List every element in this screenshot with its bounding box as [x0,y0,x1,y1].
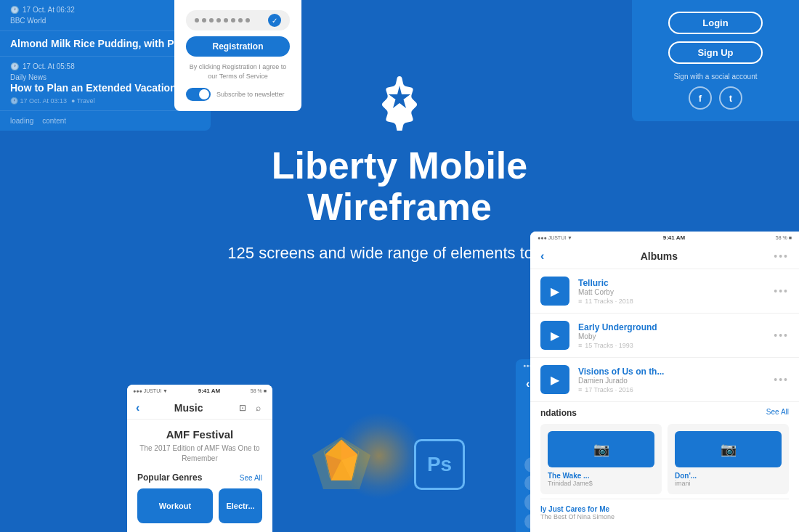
newsletter-toggle-row: Subscribe to newsletter [186,88,290,101]
music-content: AMF Festival The 2017 Edition of AMF Was… [127,420,272,532]
music-navbar: ‹ Music ⊡ ⌕ [127,397,272,420]
rec-title: ndations [540,408,577,418]
rec-artist-2: imani [675,480,782,487]
star-badge [370,73,429,131]
album-more-3[interactable]: ••• [774,374,789,385]
albums-navbar: ‹ Albums ••• [530,244,799,269]
signup-button[interactable]: Sign Up [668,41,763,64]
rec-cards-row: 📷 The Wake ... Trinidad Jame$ 📷 Don'... … [540,424,789,494]
password-input[interactable]: ✓ [186,10,290,30]
bookmark-icon[interactable]: ⊡ [238,403,248,413]
genre-section-title: Popular Genres [137,472,202,483]
rec-thumb-2: 📷 [675,431,782,467]
status-right: 58 % ■ [251,388,267,393]
blog-tag: Travel [77,97,95,105]
profile-back-icon[interactable]: ‹ [526,377,530,390]
login-button[interactable]: Login [668,12,763,34]
genre-cards-row: Workout Electr... [137,488,262,523]
albums-back-icon[interactable]: ‹ [540,250,544,263]
album-thumb-1: ▶ [540,277,569,306]
twitter-icon[interactable]: t [719,86,742,110]
song-item[interactable]: ly Just Cares for Me The Best Of Nina Si… [540,499,789,526]
status-bar: ●●● JUSTUI ▼ 9:41 AM 58 % ■ [127,385,272,397]
subtitle: 125 screens and wide range of elements t… [218,242,581,265]
rec-card-1[interactable]: 📷 The Wake ... Trinidad Jame$ [540,424,662,494]
event-title: AMF Festival [137,428,262,441]
blog-title-2: How to Plan an Extended Vacation [10,81,200,94]
blog-source-2: Daily News [10,73,200,81]
genre-section-header: Popular Genres See All [137,472,262,483]
photoshop-icon: Ps [414,439,465,490]
music-nav-actions: ⊡ ⌕ [238,403,264,413]
social-text: Sign with a social account [646,73,784,81]
album-meta-2: ≡15 Tracks · 1993 [578,342,765,349]
rec-card-2[interactable]: 📷 Don'... imani [668,424,789,494]
checkmark-icon: ✓ [268,14,281,27]
back-chevron-icon[interactable]: ‹ [136,401,139,414]
song-title: ly Just Cares for Me [540,505,789,513]
genre-card-electro[interactable]: Electr... [219,488,262,523]
album-more-2[interactable]: ••• [774,330,789,341]
album-artist-1: Matt Corby [578,288,765,296]
blog-date-2: 17 Oct. At 05:58 [23,62,75,70]
album-artist-3: Damien Jurado [578,377,765,385]
album-item-3[interactable]: ▶ Visions of Us on th... Damien Jurado ≡… [530,358,799,402]
album-thumb-2: ▶ [540,321,569,350]
album-item-2[interactable]: ▶ Early Underground Moby ≡15 Tracks · 19… [530,314,799,358]
blog-footer: loading content [0,111,211,131]
albums-card: ●●● JUSTUI ▼ 9:41 AM 58 % ■ ‹ Albums •••… [530,232,799,532]
music-app-card: ●●● JUSTUI ▼ 9:41 AM 58 % ■ ‹ Music ⊡ ⌕ … [127,385,272,532]
genres-see-all[interactable]: See All [240,474,262,482]
footer-loading: loading [10,117,33,125]
social-icons-row: f t [646,86,784,110]
registration-button[interactable]: Registration [186,36,290,57]
rec-thumb-1: 📷 [548,431,654,467]
album-name-1: Telluric [578,278,765,288]
status-time: 9:41 AM [198,388,220,394]
song-artist: The Best Of Nina Simone [540,513,789,520]
rec-see-all[interactable]: See All [766,408,789,418]
album-meta-3: ≡17 Tracks · 2016 [578,386,765,393]
album-info-1: Telluric Matt Corby ≡11 Tracks · 2018 [578,278,765,305]
status-left: ●●● JUSTUI ▼ [133,388,168,393]
recommendations-section: ndations See All 📷 The Wake ... Trinidad… [530,402,799,532]
album-name-3: Visions of Us on th... [578,367,765,377]
newsletter-toggle[interactable] [186,88,211,101]
search-icon[interactable]: ⌕ [254,403,264,413]
album-artist-2: Moby [578,332,765,340]
login-card: Login Sign Up Sign with a social account… [632,0,799,121]
rec-name-2: Don'... [675,472,782,480]
album-item-1[interactable]: ▶ Telluric Matt Corby ≡11 Tracks · 2018 … [530,269,799,314]
album-info-3: Visions of Us on th... Damien Jurado ≡17… [578,367,765,393]
rec-artist-1: Trinidad Jame$ [548,480,654,487]
footer-content: content [42,117,66,125]
blog-title-1: Almond Milk Rice Pudding, with Plum [10,37,200,50]
sketch-icon-container [312,437,370,492]
album-thumb-3: ▶ [540,365,569,394]
toggle-label: Subscribe to newsletter [216,91,285,98]
album-info-2: Early Underground Moby ≡15 Tracks · 1993 [578,322,765,349]
center-section: Liberty Mobile Wireframe 125 screens and… [218,145,581,265]
main-title: Liberty Mobile Wireframe [218,145,581,228]
event-subtitle: The 2017 Edition of AMF Was One to Remem… [137,443,262,464]
album-more-1[interactable]: ••• [774,285,789,297]
genre-card-workout[interactable]: Workout [137,488,213,523]
registration-card: ✓ Registration By clicking Registration … [174,0,301,111]
terms-text: By clicking Registration I agree to our … [186,62,290,81]
facebook-icon[interactable]: f [689,86,712,110]
albums-nav-title: Albums [641,250,678,262]
album-name-2: Early Underground [578,322,765,332]
rec-name-1: The Wake ... [548,472,654,480]
albums-more-icon[interactable]: ••• [774,250,789,262]
album-meta-1: ≡11 Tracks · 2018 [578,298,765,305]
sketch-icon [312,437,370,489]
albums-status-bar: ●●● JUSTUI ▼ 9:41 AM 58 % ■ [530,232,799,244]
blog-source-1: BBC World [10,17,200,25]
music-nav-title: Music [174,402,203,414]
blog-date-1: 17 Oct. At 06:32 [23,6,75,14]
rec-header: ndations See All [540,408,789,418]
